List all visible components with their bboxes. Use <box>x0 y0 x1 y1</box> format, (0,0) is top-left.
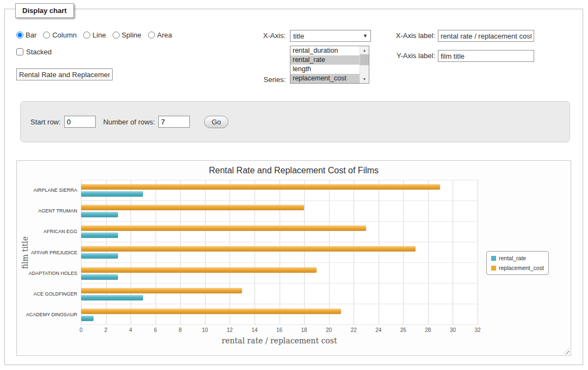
gridline <box>453 180 453 324</box>
x-axis-label-input[interactable] <box>438 30 534 42</box>
x-tick-label: 2 <box>104 327 108 333</box>
bar-replacement_cost[interactable] <box>81 225 366 231</box>
bar-rental_rate[interactable] <box>81 191 143 197</box>
series-option-rental_duration[interactable]: rental_duration <box>290 46 360 55</box>
chart-panel: Rental Rate and Replacement Cost of Film… <box>16 160 571 356</box>
band-line <box>81 200 478 201</box>
legend-label: rental_rate <box>499 255 526 261</box>
chart-legend: rental_ratereplacement_cost <box>486 251 549 275</box>
y-axis-label-input[interactable] <box>438 50 534 62</box>
x-tick-label: 26 <box>400 327 406 333</box>
chart-type-radio-label: Bar <box>26 31 36 39</box>
y-axis-label-field-label: Y-Axis label: <box>381 50 435 62</box>
category-label: ACADEMY DINOSAUR <box>26 312 77 317</box>
chart-type-radio-area[interactable] <box>148 32 155 39</box>
gridline <box>131 180 131 324</box>
bar-rental_rate[interactable] <box>81 212 118 217</box>
x-tick-label: 14 <box>251 327 257 333</box>
start-row-input[interactable] <box>64 116 96 128</box>
x-tick-label: 20 <box>326 327 332 333</box>
legend-item-rental_rate[interactable]: rental_rate <box>491 255 544 261</box>
chart-type-radio-bar[interactable] <box>16 32 23 39</box>
band-line <box>81 221 478 222</box>
category-label: AGENT TRUMAN <box>38 208 77 214</box>
bar-replacement_cost[interactable] <box>81 246 416 252</box>
series-option-length[interactable]: length <box>290 65 360 74</box>
scroll-up-icon[interactable]: ▲ <box>360 46 369 54</box>
band-line <box>81 262 478 263</box>
gridline <box>255 180 255 324</box>
category-label: AIRPLANE SIERRA <box>33 187 77 193</box>
chart-type-option-column[interactable]: Column <box>43 31 77 39</box>
stacked-checkbox-row[interactable]: Stacked <box>16 48 52 56</box>
bar-rental_rate[interactable] <box>81 316 94 321</box>
chevron-down-icon: ▼ <box>363 33 368 39</box>
chart-type-option-area[interactable]: Area <box>148 31 172 39</box>
series-option-replacement_cost[interactable]: replacement_cost <box>290 74 360 83</box>
x-tick-label: 16 <box>276 327 282 333</box>
chart-type-radio-column[interactable] <box>43 32 50 39</box>
gridline <box>205 180 206 324</box>
x-tick-label: 32 <box>474 327 480 333</box>
x-axis-ticks: 02468101214161820222426283032 <box>81 327 478 334</box>
x-axis-label-field-label: X-Axis label: <box>381 30 435 42</box>
gridline <box>478 180 478 324</box>
legend-swatch <box>491 266 496 271</box>
listbox-scrollbar[interactable]: ▲ ▼ <box>360 46 369 83</box>
go-button[interactable]: Go <box>204 116 228 128</box>
gridline <box>304 180 305 324</box>
chart-title-input[interactable] <box>16 68 113 80</box>
x-tick-label: 24 <box>375 327 381 333</box>
scroll-down-icon[interactable]: ▼ <box>360 75 369 83</box>
chart-type-option-spline[interactable]: Spline <box>113 31 141 39</box>
bar-rental_rate[interactable] <box>81 295 143 300</box>
chart-type-radio-line[interactable] <box>83 32 90 39</box>
band-line <box>81 180 478 180</box>
category-label: ADAPTATION HOLES <box>29 271 77 276</box>
x-axis-select-label: X-Axis: <box>234 30 286 42</box>
x-tick-label: 22 <box>351 327 357 333</box>
bar-replacement_cost[interactable] <box>81 309 341 314</box>
gridline <box>379 180 379 324</box>
legend-label: replacement_cost <box>499 265 544 271</box>
chart-type-option-bar[interactable]: Bar <box>16 31 36 39</box>
series-options-list: rental_durationrental_ratelengthreplacem… <box>290 46 360 83</box>
band-line <box>81 242 478 242</box>
gridline <box>329 180 330 324</box>
category-label: ACE GOLDFINGER <box>33 291 77 297</box>
number-of-rows-input[interactable] <box>158 116 190 128</box>
bar-replacement_cost[interactable] <box>81 205 304 210</box>
page: Display chart BarColumnLineSplineArea St… <box>0 0 588 370</box>
chart-type-option-line[interactable]: Line <box>83 31 106 39</box>
gridline <box>403 180 404 324</box>
bar-replacement_cost[interactable] <box>81 184 440 190</box>
resize-handle-icon[interactable] <box>563 348 570 354</box>
chart-type-radio-label: Spline <box>122 31 141 39</box>
chart-type-radio-spline[interactable] <box>113 32 120 39</box>
bar-rental_rate[interactable] <box>81 274 118 280</box>
bar-replacement_cost[interactable] <box>81 288 242 293</box>
bar-rental_rate[interactable] <box>81 253 118 259</box>
row-range-panel: Start row: Number of rows: Go <box>20 101 570 142</box>
gridline <box>354 180 354 324</box>
x-axis-select-value: title <box>293 32 304 40</box>
scrollbar-track[interactable] <box>360 65 369 75</box>
stacked-checkbox[interactable] <box>16 48 23 55</box>
x-tick-label: 18 <box>301 327 307 333</box>
series-listbox[interactable]: rental_durationrental_ratelengthreplacem… <box>290 46 369 84</box>
gridline <box>180 180 181 324</box>
series-select-label: Series: <box>234 74 286 86</box>
bar-rental_rate[interactable] <box>81 233 118 238</box>
gridline <box>106 180 107 324</box>
x-axis-select[interactable]: title ▼ <box>290 30 371 42</box>
series-option-rental_rate[interactable]: rental_rate <box>290 55 360 65</box>
chart-type-radio-label: Area <box>157 31 172 39</box>
bar-replacement_cost[interactable] <box>81 267 317 273</box>
band-line <box>81 324 478 325</box>
band-line <box>81 304 478 304</box>
chart-type-radio-label: Column <box>52 31 77 39</box>
gridline <box>230 180 230 324</box>
scrollbar-thumb[interactable] <box>360 54 369 65</box>
legend-item-replacement_cost[interactable]: replacement_cost <box>491 265 544 271</box>
x-tick-label: 10 <box>202 327 208 333</box>
